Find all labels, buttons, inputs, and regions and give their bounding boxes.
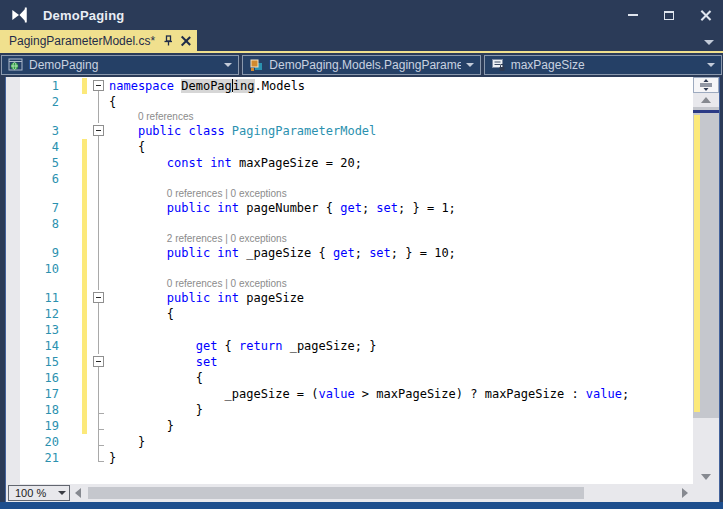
maximize-button[interactable]	[651, 0, 687, 30]
code-line[interactable]: 12 {	[20, 306, 693, 322]
vertical-scroll-track[interactable]	[693, 107, 719, 470]
tab-close-icon[interactable]	[180, 36, 190, 46]
code-line[interactable]: 5 const int maxPageSize = 20;	[20, 155, 693, 171]
project-dropdown-label: DemoPaging	[29, 58, 219, 72]
change-tracking-bar	[82, 370, 87, 386]
change-tracking-bar	[82, 94, 87, 110]
type-dropdown[interactable]: DemoPaging.Models.PagingParameterMoc	[242, 55, 480, 75]
collapse-minus-icon[interactable]	[93, 80, 104, 91]
split-window-handle[interactable]	[693, 77, 719, 93]
zoom-control[interactable]: 100 %	[8, 485, 70, 501]
codelens-row[interactable]: 0 references | 0 exceptions	[20, 187, 693, 200]
code-text[interactable]: get { return _pageSize; }	[105, 338, 376, 354]
codelens-references[interactable]: 0 references | 0 exceptions	[167, 188, 287, 199]
codelens-row[interactable]: 0 references | 0 exceptions	[20, 277, 693, 290]
line-number: 3	[20, 123, 66, 139]
code-text[interactable]: {	[105, 139, 145, 155]
code-text[interactable]: }	[105, 450, 116, 466]
code-line[interactable]: 15 set	[20, 354, 693, 370]
member-dropdown[interactable]: maxPageSize	[484, 55, 722, 75]
code-line[interactable]: 20 }	[20, 434, 693, 450]
code-line[interactable]: 9 public int _pageSize { get; set; } = 1…	[20, 245, 693, 261]
code-line[interactable]: 2{	[20, 94, 693, 110]
fold-toggle[interactable]	[92, 290, 105, 306]
code-area[interactable]: 1namespace DemoPaging.Models2{ 0 referen…	[6, 77, 693, 484]
code-text[interactable]: namespace DemoPaging.Models	[105, 78, 305, 94]
fold-toggle[interactable]	[92, 123, 105, 139]
code-line[interactable]: 18 }	[20, 402, 693, 418]
fold-toggle[interactable]	[92, 354, 105, 370]
vertical-scrollbar[interactable]	[693, 77, 719, 484]
vs-window: DemoPaging PagingParameterModel.cs*	[0, 0, 723, 509]
codelens-references[interactable]: 0 references | 0 exceptions	[167, 278, 287, 289]
code-text[interactable]: }	[105, 434, 145, 450]
code-line[interactable]: 14 get { return _pageSize; }	[20, 338, 693, 354]
code-token: value	[319, 387, 355, 401]
code-text[interactable]: set	[105, 354, 217, 370]
editor[interactable]: 1namespace DemoPaging.Models2{ 0 referen…	[6, 77, 719, 484]
code-text[interactable]	[105, 322, 109, 338]
document-list-chevron-icon[interactable]	[704, 40, 714, 45]
code-text[interactable]	[105, 216, 109, 232]
code-token	[109, 355, 196, 369]
horizontal-scroll-thumb[interactable]	[88, 487, 584, 499]
codelens-row[interactable]: 0 references	[20, 110, 693, 123]
codelens-references[interactable]: 2 references | 0 exceptions	[167, 233, 287, 244]
codelens-text[interactable]: 0 references	[105, 110, 194, 123]
code-line[interactable]: 1namespace DemoPaging.Models	[20, 78, 693, 94]
code-text[interactable]	[105, 171, 109, 187]
code-line[interactable]: 10	[20, 261, 693, 277]
code-line[interactable]: 6	[20, 171, 693, 187]
collapse-minus-icon[interactable]	[93, 125, 104, 136]
codelens-text[interactable]: 0 references | 0 exceptions	[105, 187, 287, 200]
code-token: namespace	[109, 79, 181, 93]
codelens-text[interactable]: 2 references | 0 exceptions	[105, 232, 287, 245]
code-text[interactable]: public class PagingParameterModel	[105, 123, 376, 139]
codelens-references[interactable]: 0 references	[138, 111, 194, 122]
code-line[interactable]: 8	[20, 216, 693, 232]
collapse-minus-icon[interactable]	[93, 292, 104, 303]
code-line[interactable]: 13	[20, 322, 693, 338]
code-text[interactable]: }	[105, 418, 174, 434]
horizontal-scroll-track[interactable]	[86, 484, 677, 502]
arrow-down-icon	[701, 474, 711, 480]
code-line[interactable]: 7 public int pageNumber { get; set; } = …	[20, 200, 693, 216]
code-text[interactable]: }	[105, 402, 203, 418]
code-text[interactable]: _pageSize = (value > maxPageSize) ? maxP…	[105, 386, 629, 402]
code-line[interactable]: 21}	[20, 450, 693, 466]
code-line[interactable]: 11 public int pageSize	[20, 290, 693, 306]
fold-toggle[interactable]	[92, 78, 105, 94]
project-dropdown[interactable]: DemoPaging	[1, 55, 239, 75]
code-line[interactable]: 17 _pageSize = (value > maxPageSize) ? m…	[20, 386, 693, 402]
code-text[interactable]: {	[105, 370, 203, 386]
code-text[interactable]: const int maxPageSize = 20;	[105, 155, 362, 171]
code-text[interactable]: {	[105, 94, 116, 110]
code-line[interactable]: 4 {	[20, 139, 693, 155]
code-line[interactable]: 3 public class PagingParameterModel	[20, 123, 693, 139]
change-tracking-bar	[82, 171, 87, 187]
close-button[interactable]	[687, 0, 723, 30]
codelens-indent	[109, 186, 167, 200]
scroll-down-button[interactable]	[693, 470, 719, 484]
scroll-up-button[interactable]	[693, 93, 719, 107]
change-tracking-bar	[82, 139, 87, 155]
change-tracking-bar	[82, 216, 87, 232]
scroll-right-button[interactable]	[677, 488, 693, 498]
codelens-text[interactable]: 0 references | 0 exceptions	[105, 277, 287, 290]
code-text[interactable]: public int _pageSize { get; set; } = 10;	[105, 245, 456, 261]
type-dropdown-label: DemoPaging.Models.PagingParameterMoc	[269, 58, 460, 72]
code-text[interactable]: public int pageSize	[105, 290, 304, 306]
pin-icon[interactable]	[162, 35, 173, 46]
code-text[interactable]: public int pageNumber { get; set; } = 1;	[105, 200, 456, 216]
code-line[interactable]: 19 }	[20, 418, 693, 434]
codelens-row[interactable]: 2 references | 0 exceptions	[20, 232, 693, 245]
code-text[interactable]	[105, 261, 109, 277]
outline-guide	[92, 245, 105, 261]
code-line[interactable]: 16 {	[20, 370, 693, 386]
tab-pagingparametermodel[interactable]: PagingParameterModel.cs*	[0, 30, 197, 51]
code-text[interactable]: {	[105, 306, 174, 322]
collapse-minus-icon[interactable]	[93, 356, 104, 367]
scroll-left-button[interactable]	[70, 488, 86, 498]
minimize-button[interactable]	[615, 0, 651, 30]
change-tracking-bar	[82, 434, 87, 450]
